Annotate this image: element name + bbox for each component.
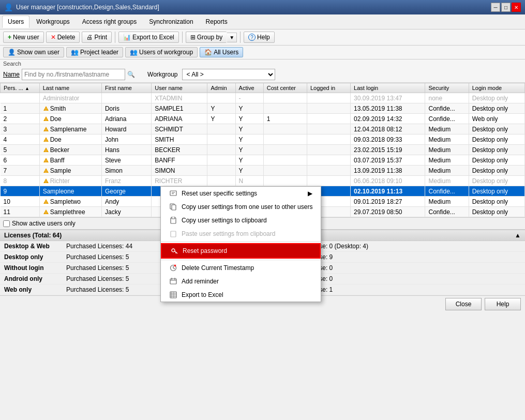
menu-tab-synchronization[interactable]: Synchronization (143, 16, 199, 28)
col-header-security[interactable]: Security (425, 83, 469, 93)
table-row[interactable]: 2 !Doe Adriana ADRIANA Y Y 1 02.09.2019 … (1, 114, 525, 124)
new-user-button[interactable]: + New user (3, 32, 44, 43)
ctx-reset-password[interactable]: Reset password (161, 243, 321, 259)
show-active-only-checkbox[interactable] (3, 220, 10, 227)
col-header-costcenter[interactable]: Cost center (263, 83, 307, 93)
cell-pers (1, 93, 40, 103)
project-leader-icon: 👥 (71, 49, 79, 56)
ctx-delete-timestamp[interactable]: Delete Current Timestamp (161, 261, 321, 275)
col-header-pers[interactable]: Pers. ... ▲ (1, 83, 40, 93)
workgroup-label: Workgroup (147, 71, 177, 78)
cell-active: Y (235, 145, 263, 155)
table-row[interactable]: 5 !Becker Hans BECKER Y 23.02.2015 15:19… (1, 145, 525, 155)
cell-active: Y (235, 124, 263, 134)
table-row[interactable]: 6 !Banff Steve BANFF Y 03.07.2019 15:37 … (1, 155, 525, 166)
cell-lastname: Administrator (39, 93, 101, 103)
cell-firstname: Howard (101, 124, 151, 134)
group-by-dropdown[interactable]: ▼ (227, 33, 237, 42)
cell-loggedin (307, 176, 350, 186)
col-header-username[interactable]: User name (152, 83, 207, 93)
cell-pers: 9 (1, 186, 40, 197)
cell-lastname: Sampleone (39, 186, 101, 197)
users-of-workgroup-button[interactable]: 👥 Users of workgroup (125, 47, 198, 57)
menu-tab-workgroups[interactable]: Workgroups (31, 16, 75, 28)
toolbar-separator-2 (182, 32, 183, 43)
maximize-button[interactable]: □ (501, 3, 511, 12)
cell-lastlogin: 30.09.2019 13:47 (351, 93, 425, 103)
group-by-button[interactable]: ⊞ Group by (186, 32, 227, 43)
print-button[interactable]: 🖨 Print (82, 32, 112, 43)
cell-lastname: !Sampletwo (39, 197, 101, 207)
search-icon[interactable]: 🔍 (127, 71, 135, 78)
svg-text:!: ! (46, 128, 47, 132)
col-header-admin[interactable]: Admin (207, 83, 235, 93)
cell-admin (207, 166, 235, 176)
menu-tab-reports[interactable]: Reports (200, 16, 233, 28)
license-inuse: In use: 9 (305, 252, 525, 263)
table-row[interactable]: 8 !Richter Franz RICHTER N 06.06.2018 09… (1, 176, 525, 186)
cell-lastlogin: 13.05.2019 11:38 (351, 103, 425, 114)
menu-tab-users[interactable]: Users (2, 16, 29, 28)
cell-loggedin (307, 155, 350, 166)
cell-username: ADRIANA (152, 114, 207, 124)
ctx-copy-settings-one-to-other[interactable]: Copy user settings from one user to othe… (161, 200, 321, 214)
license-type: Without login (0, 263, 62, 274)
svg-rect-26 (172, 217, 175, 219)
cell-lastname: !Banff (39, 155, 101, 166)
table-row[interactable]: 3 !Samplename Howard SCHMIDT Y 12.04.201… (1, 124, 525, 134)
table-row[interactable]: 1 !Smith Doris SAMPLE1 Y Y 13.05.2019 11… (1, 103, 525, 114)
cell-admin (207, 93, 235, 103)
table-row[interactable]: Administrator XTADMIN - 30.09.2019 13:47… (1, 93, 525, 103)
cell-lastlogin: 29.07.2019 08:50 (351, 207, 425, 217)
col-header-lastname[interactable]: Last name (39, 83, 101, 93)
search-input[interactable] (22, 69, 125, 80)
delete-button[interactable]: ✕ Delete (46, 32, 80, 43)
cell-username: BANFF (152, 155, 207, 166)
all-users-button[interactable]: 🏠 All Users (200, 47, 243, 57)
cell-firstname: Jacky (101, 207, 151, 217)
menu-tab-access-right-groups[interactable]: Access right groups (77, 16, 142, 28)
cell-active: - (235, 93, 263, 103)
col-header-loggedin[interactable]: Logged in (307, 83, 350, 93)
ctx-copy-settings-clipboard[interactable]: Copy user settings to clipboard (161, 214, 321, 227)
cell-security: Confide... (425, 207, 469, 217)
licenses-collapse-icon[interactable]: ▲ (515, 232, 521, 239)
ctx-export-excel[interactable]: Export to Excel (161, 288, 321, 302)
export-excel-button[interactable]: 📊 Export to Excel (118, 32, 179, 43)
minimize-button[interactable]: ─ (491, 3, 500, 12)
close-window-button[interactable]: ✕ (512, 3, 521, 12)
svg-rect-27 (171, 231, 176, 237)
col-header-firstname[interactable]: First name (101, 83, 151, 93)
svg-text:!: ! (46, 108, 47, 111)
cell-username: SIMON (152, 166, 207, 176)
col-header-active[interactable]: Active (235, 83, 263, 93)
table-row[interactable]: 4 !Doe John SMITH Y 09.03.2018 09:33 Med… (1, 134, 525, 145)
cell-username: RICHTER (152, 176, 207, 186)
cell-username: XTADMIN (152, 93, 207, 103)
col-header-lastlogin[interactable]: Last login (351, 83, 425, 93)
workgroup-select[interactable]: < All > (182, 69, 275, 80)
ctx-add-reminder[interactable]: Add reminder (161, 275, 321, 288)
delete-icon: ✕ (51, 34, 56, 41)
cell-lastname: !Doe (39, 114, 101, 124)
help-button[interactable]: Help (485, 298, 521, 310)
show-own-user-button[interactable]: 👤 Show own user (3, 47, 64, 57)
cell-admin: Y (207, 103, 235, 114)
cell-loggedin (307, 145, 350, 155)
ctx-paste-settings-clipboard[interactable]: Paste user settings from clipboard (161, 227, 321, 241)
table-row[interactable]: 7 !Sample Simon SIMON Y 13.09.2019 11:38… (1, 166, 525, 176)
cell-firstname: Franz (101, 176, 151, 186)
cell-firstname: Steve (101, 155, 151, 166)
col-header-loginmode[interactable]: Login mode (469, 83, 524, 93)
cell-loginmode: Desktop only (469, 134, 524, 145)
close-button[interactable]: Close (445, 298, 482, 310)
cell-costcenter (263, 93, 307, 103)
license-type: Android only (0, 274, 62, 284)
project-leader-button[interactable]: 👥 Project leader (66, 47, 123, 57)
ctx-reset-user-settings[interactable]: Reset user specific settings ▶ (161, 187, 321, 200)
help-toolbar-button[interactable]: ? Help (244, 32, 275, 43)
cell-security: Confide... (425, 114, 469, 124)
excel-icon: 📊 (123, 34, 131, 41)
help-icon: ? (248, 34, 256, 41)
name-label: Name (3, 71, 20, 78)
